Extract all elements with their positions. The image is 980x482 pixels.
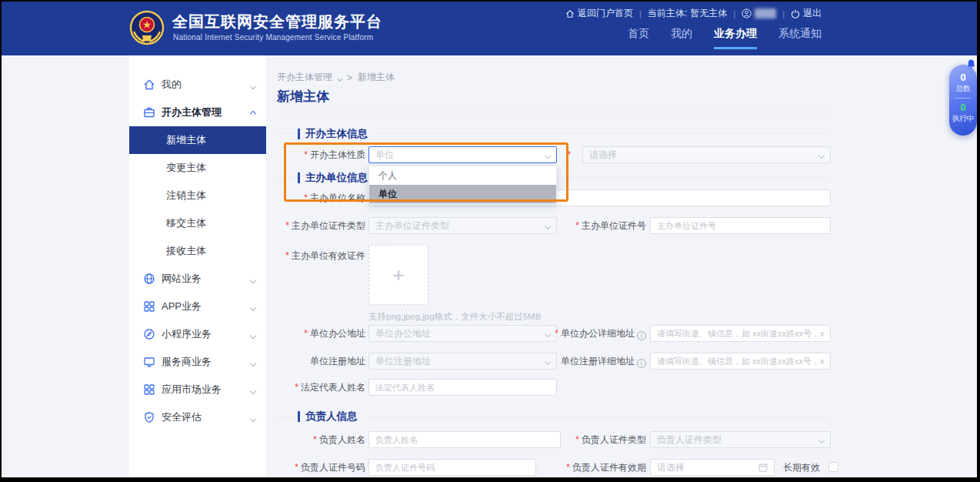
chevron-down-icon (251, 300, 255, 313)
org-cert-no-input[interactable] (650, 217, 831, 234)
manager-cert-type-placeholder: 负责人证件类型 (657, 432, 722, 447)
sidebar: 我的 开办主体管理 新增主体 变更主体 注销主体 移交主体 接收主体 网站业务 (129, 55, 266, 477)
subject-nature-select[interactable]: 单位 (368, 146, 557, 163)
plus-icon: + (392, 263, 404, 287)
screen: 全国互联网安全管理服务平台 National Internet Security… (0, 0, 980, 482)
required-marker: * (304, 149, 308, 160)
long-term-checkbox[interactable] (828, 462, 838, 472)
logout-label: 退出 (803, 7, 822, 20)
required-marker: * (555, 328, 558, 339)
chevron-down-icon (338, 72, 342, 83)
manager-cert-valid-datepicker[interactable]: 请选择 (650, 459, 775, 476)
required-marker: * (567, 149, 571, 160)
task-total-value: 0 (949, 72, 977, 83)
utility-separator: | (639, 9, 642, 18)
required-marker: * (285, 250, 289, 261)
task-running-value: 0 (949, 102, 977, 113)
briefcase-icon (143, 106, 155, 119)
page-title: 新增主体 (277, 88, 329, 105)
required-marker: * (304, 192, 308, 203)
user-account[interactable] (742, 8, 776, 18)
field-label-org-cert-type: *主办单位证件类型 (275, 217, 365, 234)
upload-dropzone[interactable]: + (368, 245, 428, 305)
info-icon[interactable]: i (637, 331, 646, 340)
upload-hint: 支持png,jpeg,jpg格式，文件大小不超过5MB (368, 311, 541, 323)
task-status-widget[interactable]: 0 总数 0 执行中 (949, 65, 977, 136)
breadcrumb: 开办主体管理 > 新增主体 (277, 71, 395, 84)
region-select[interactable]: 请选择 (582, 146, 831, 163)
calendar-icon (758, 463, 768, 472)
manager-cert-type-select[interactable]: 负责人证件类型 (650, 431, 831, 448)
field-label-manager-name: *负责人姓名 (275, 431, 365, 448)
chevron-down-icon (251, 410, 255, 424)
header-utility-bar: 返回门户首页 | 当前主体: 暂无主体 | | 退出 (565, 7, 822, 20)
field-label-subject-nature: *开办主体性质 (275, 146, 365, 163)
required-marker: * (313, 434, 317, 445)
required-marker: * (295, 382, 298, 393)
sidebar-item-label: 开办主体管理 (162, 105, 222, 119)
dropdown-option-org[interactable]: 单位 (369, 185, 556, 203)
chevron-down-icon (251, 327, 255, 341)
section-title: 负责人信息 (305, 410, 358, 423)
sidebar-item-label: 应用市场业务 (162, 383, 222, 397)
subject-nature-value: 单位 (375, 147, 394, 162)
date-placeholder: 请选择 (657, 460, 685, 475)
sidebar-item-website[interactable]: 网站业务 (129, 265, 266, 293)
office-addr-detail-input[interactable] (650, 325, 831, 342)
sidebar-subitem-label: 接收主体 (166, 244, 206, 258)
field-label-office-addr-detail: *单位办公详细地址i (529, 325, 646, 342)
sidebar-subitem-label: 注销主体 (166, 189, 206, 203)
sidebar-item-subject-mgmt[interactable]: 开办主体管理 (129, 99, 266, 126)
reg-addr-detail-input[interactable] (650, 353, 831, 370)
sidebar-subitem-label: 变更主体 (166, 161, 206, 175)
chevron-down-icon (251, 383, 255, 397)
org-cert-type-placeholder: 主办单位证件类型 (375, 218, 449, 233)
nav-mine[interactable]: 我的 (671, 27, 692, 49)
return-portal-label: 返回门户首页 (578, 7, 633, 20)
field-label-org-cert-no: *主办单位证件号 (529, 217, 646, 234)
chevron-down-icon (545, 147, 550, 162)
long-term-valid: 长期有效 (783, 459, 838, 476)
logout-button[interactable]: 退出 (791, 7, 822, 20)
manager-cert-no-input[interactable] (368, 459, 536, 476)
nav-business[interactable]: 业务办理 (714, 27, 757, 49)
user-icon (742, 8, 752, 18)
section-subject-info: 开办主体信息 (275, 127, 831, 139)
breadcrumb-parent[interactable]: 开办主体管理 (277, 71, 332, 84)
return-portal-link[interactable]: 返回门户首页 (565, 7, 633, 20)
monitor-icon (143, 356, 155, 368)
info-icon[interactable]: i (637, 359, 646, 368)
dropdown-option-person[interactable]: 个人 (369, 166, 556, 185)
sidebar-item-security-assessment[interactable]: 安全评估 (129, 403, 266, 431)
section-bar (298, 411, 300, 422)
sidebar-subitem-cancel-subject[interactable]: 注销主体 (129, 182, 266, 209)
sidebar-subitem-receive-subject[interactable]: 接收主体 (129, 237, 266, 265)
required-marker: * (575, 434, 579, 445)
sidebar-item-miniprogram[interactable]: 小程序业务 (129, 320, 266, 348)
chevron-down-icon (251, 355, 255, 369)
chevron-down-icon (251, 272, 255, 286)
sidebar-item-label: 网站业务 (162, 272, 202, 286)
sidebar-subitem-change-subject[interactable]: 变更主体 (129, 154, 266, 182)
long-term-label: 长期有效 (783, 462, 820, 473)
home-icon (143, 79, 155, 91)
sidebar-item-appmarket[interactable]: 应用市场业务 (129, 376, 266, 403)
sidebar-item-app[interactable]: APP业务 (129, 293, 266, 320)
sidebar-item-provider[interactable]: 服务商业务 (129, 348, 266, 376)
required-marker: * (566, 462, 570, 473)
sidebar-item-label: APP业务 (162, 300, 202, 313)
sidebar-item-label: 服务商业务 (162, 355, 212, 369)
breadcrumb-current: 新增主体 (358, 71, 395, 84)
sidebar-subitem-new-subject[interactable]: 新增主体 (129, 126, 266, 154)
legal-name-input[interactable] (368, 379, 557, 396)
sidebar-item-label: 我的 (162, 78, 182, 92)
header: 全国互联网安全管理服务平台 National Internet Security… (2, 2, 977, 55)
nav-notice[interactable]: 系统通知 (778, 27, 822, 49)
field-label-legal-name: *法定代表人姓名 (275, 379, 365, 396)
sidebar-item-mine[interactable]: 我的 (129, 71, 266, 99)
nav-home[interactable]: 首页 (628, 27, 649, 49)
widget-divider (955, 98, 972, 99)
field-label-org-cert-file: *主办单位有效证件 (275, 247, 365, 264)
field-label-reg-addr: 单位注册地址 (275, 353, 365, 370)
sidebar-subitem-transfer-subject[interactable]: 移交主体 (129, 209, 266, 237)
